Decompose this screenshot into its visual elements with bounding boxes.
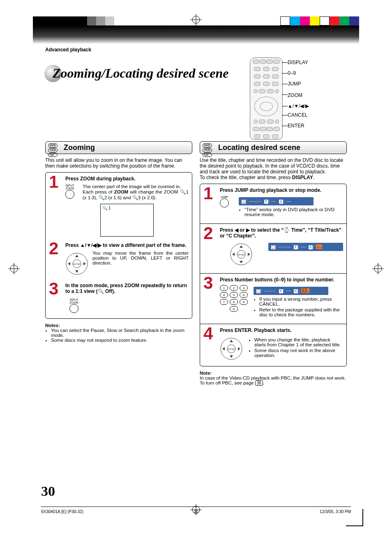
- zoom-step2-body: You may move the frame from the center p…: [92, 251, 189, 265]
- svg-marker-22: [222, 347, 225, 350]
- label-arrows: ▲/▼/◀/▶: [288, 104, 309, 108]
- zoom-note-1: You can select the Pause, Slow or Search…: [51, 328, 192, 338]
- svg-marker-20: [230, 340, 233, 342]
- zooming-heading-text: Zooming: [64, 143, 95, 152]
- svg-marker-15: [232, 253, 235, 256]
- page: Advanced playback Zooming/Locating desir…: [0, 0, 392, 555]
- crosshair-right: [372, 263, 384, 274]
- label-enter: ENTER: [288, 123, 304, 128]
- svg-marker-8: [68, 262, 70, 265]
- zoom-step2-head: Press ▲/▼/◀/▶ to view a different part o…: [65, 242, 189, 248]
- crosshair-icon-bottom: [190, 504, 202, 517]
- zoom-step-2: 2 Press ▲/▼/◀/▶ to view a different part…: [49, 242, 189, 277]
- locate-note-heading: Note:: [200, 371, 347, 375]
- locate-step4-head: Press ENTER. Playback starts.: [220, 327, 343, 333]
- color-swatches: [280, 16, 359, 25]
- locate-note-pre: In case of the Video-CD playback with PB…: [200, 375, 346, 385]
- header-band: [33, 25, 359, 44]
- media-badges: DVD VCD CD: [48, 143, 58, 157]
- page-number: 30: [41, 484, 55, 499]
- locate-step1-bullet: “Time” works only in DVD playback or DVD…: [244, 207, 343, 217]
- locate-step3-bullet1: If you input a wrong number, press CANCE…: [259, 297, 343, 306]
- zoom-button-icon: INPUT ZOOM: [65, 184, 74, 200]
- display-word: DISPLAY: [292, 175, 313, 180]
- crosshair-icon: [190, 14, 202, 25]
- crosshair-left: [8, 263, 20, 274]
- locate-step-4: 4 Press ENTER. Playback starts. ENTER Wh…: [203, 327, 343, 362]
- tv-zoom-indicator: 🔍 1: [102, 206, 111, 210]
- svg-marker-21: [230, 355, 233, 358]
- tv-screen-icon: 🔍 1: [100, 204, 154, 237]
- locating-intro-pre: Use the title, chapter and time recorded…: [200, 157, 343, 180]
- locate-step2-head: Press ◀ or ▶ to select the “⌚ Time”, “T …: [220, 227, 343, 239]
- label-display: DISPLAY: [288, 60, 308, 65]
- remote-diagram: [250, 58, 283, 140]
- badge-cd-2: CD: [203, 153, 212, 157]
- zoom-step1-head: Press ZOOM during playback.: [65, 176, 189, 182]
- badge-dvd-2: DVD: [203, 143, 212, 147]
- locate-step4-bullet1: When you change the title, playback star…: [254, 337, 343, 347]
- label-jump: JUMP: [288, 81, 301, 86]
- step-number-2b: 2: [203, 225, 213, 242]
- locate-step3-bullet1-text: If you input a wrong number, press CANCE…: [259, 297, 332, 306]
- locating-heading: DVD VCD CD Locating desired scene: [200, 141, 347, 154]
- zoom-button-icon-2: INPUT ZOOM: [69, 298, 78, 314]
- locate-step-3: 3 Press Number buttons (0–9) to input th…: [203, 277, 343, 318]
- jump-button-icon: JUMP: [220, 196, 229, 209]
- media-badges-2: DVD VCD CD: [203, 143, 212, 157]
- osd-display-1: ⌚: --:--:-- T: --- C: ---: [239, 197, 314, 205]
- label-cancel: CANCEL: [288, 113, 308, 117]
- osd-display-2: ⌚: --:--:-- T: --- C: ---: [268, 243, 343, 251]
- zooming-intro: This unit will allow you to zoom in on t…: [45, 157, 192, 169]
- zoom-button-label-2: INPUT ZOOM: [69, 298, 78, 304]
- step-number-2: 2: [49, 240, 58, 257]
- numpad-icon: 123 456 789 0: [220, 285, 248, 313]
- locating-heading-text: Locating desired scene: [218, 143, 300, 152]
- locate-step3-head: Press Number buttons (0–9) to input the …: [220, 277, 343, 283]
- locate-step4-bullet2: Some discs may not work in the above ope…: [254, 348, 343, 358]
- zoom-step-3: 3 In the zoom mode, press ZOOM repeatedl…: [49, 283, 189, 314]
- crop-mark: [346, 509, 363, 526]
- zoom-notes: Notes: You can select the Pause, Slow or…: [45, 323, 192, 343]
- page-title: Zooming/Locating desired scene: [53, 66, 228, 81]
- osd-highlight: 12-: [301, 288, 309, 293]
- locate-step-2: 2 Press ◀ or ▶ to select the “⌚ Time”, “…: [203, 227, 343, 267]
- zooming-steps: 1 Press ZOOM during playback. INPUT ZOOM…: [45, 172, 192, 319]
- svg-marker-14: [240, 261, 243, 263]
- svg-marker-16: [248, 253, 250, 256]
- svg-marker-7: [75, 270, 78, 273]
- badge-vcd: VCD: [48, 148, 58, 152]
- svg-marker-6: [75, 255, 78, 257]
- zoom-step-1: 1 Press ZOOM during playback. INPUT ZOOM…: [49, 176, 189, 237]
- step-number-4b: 4: [203, 325, 213, 342]
- locate-note-body: In case of the Video-CD playback with PB…: [200, 375, 347, 386]
- zooming-column: DVD VCD CD Zooming This unit will allow …: [45, 141, 192, 386]
- page-ref: 36: [255, 380, 263, 386]
- dpad-icon: ENTER: [65, 252, 88, 275]
- dpad-icon-2: ENTER: [230, 243, 253, 266]
- badge-vcd-2: VCD: [203, 148, 212, 152]
- svg-text:ENTER: ENTER: [238, 253, 245, 256]
- step-number-1: 1: [49, 173, 58, 191]
- zoom-word: ZOOM: [114, 189, 129, 194]
- locating-steps: 1 Press JUMP during playback or stop mod…: [200, 184, 347, 366]
- svg-text:ENTER: ENTER: [228, 348, 235, 350]
- locate-step-1: 1 Press JUMP during playback or stop mod…: [203, 187, 343, 218]
- zoom-note-2: Some discs may not respond to zoom featu…: [51, 338, 192, 343]
- zooming-heading: DVD VCD CD Zooming: [45, 141, 192, 154]
- step-number-3b: 3: [203, 274, 213, 292]
- badge-dvd: DVD: [48, 143, 58, 147]
- locating-column: DVD VCD CD Locating desired scene Use th…: [200, 141, 347, 386]
- step-number-1b: 1: [203, 185, 213, 202]
- locate-step1-head: Press JUMP during playback or stop mode.: [220, 187, 343, 193]
- label-zoom: ZOOM: [288, 93, 302, 98]
- zoom-step3-head: In the zoom mode, press ZOOM repeatedly …: [65, 283, 189, 294]
- badge-cd: CD: [48, 153, 58, 157]
- osd-display-3: ⌚: --:--:-- T: --- C: 12-: [254, 287, 328, 295]
- svg-marker-13: [240, 245, 243, 248]
- dpad-icon-3: ENTER: [220, 337, 243, 360]
- label-digits: 0–9: [288, 71, 296, 76]
- footer-left: 5X30401A [E] (P30-32): [41, 509, 83, 514]
- section-header: Advanced playback: [45, 47, 91, 53]
- locate-note: Note: In case of the Video-CD playback w…: [200, 371, 347, 386]
